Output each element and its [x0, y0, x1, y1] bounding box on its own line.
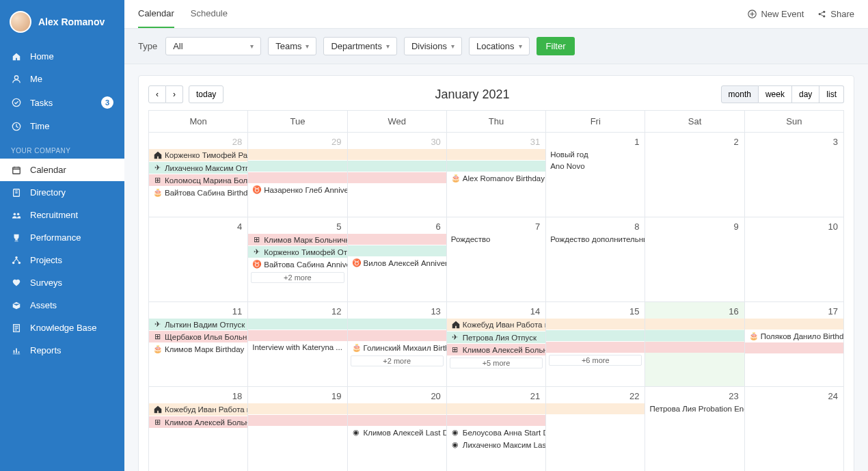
calendar-event[interactable]: 🎂Alex Romanov Birthday — [447, 172, 545, 184]
calendar-event[interactable] — [248, 403, 347, 414]
day-cell[interactable]: 11✈Лыткин Вадим Отпуск⊞Щербаков Илья Бол… — [149, 302, 248, 387]
new-event-button[interactable]: New Event — [748, 9, 804, 19]
sidebar-item-surveys[interactable]: Surveys — [0, 271, 124, 294]
day-cell[interactable]: 23Петрова Лия Probation Ends — [645, 387, 744, 472]
day-cell[interactable]: 16 — [645, 302, 744, 387]
calendar-event[interactable] — [347, 245, 446, 256]
day-cell[interactable]: 12 Interview with Kateryna ...12p — [248, 302, 347, 387]
sidebar-item-me[interactable]: Me — [0, 68, 124, 90]
calendar-event[interactable]: ✈Лихаченко Максим Отпуск — [149, 162, 248, 174]
calendar-event[interactable] — [248, 415, 347, 426]
calendar-event[interactable]: ✈Корженко Тимофей Отпуск — [248, 246, 347, 258]
calendar-event[interactable]: Корженко Тимофей Работа из дома — [149, 149, 248, 161]
day-cell[interactable]: 13 🎂Голинский Михаил Birthday+2 more — [347, 302, 446, 387]
day-cell[interactable]: 29 ♉Назаренко Глеб Anniversa... — [248, 133, 347, 217]
calendar-event[interactable] — [645, 342, 744, 353]
today-button[interactable]: today — [189, 85, 223, 103]
sidebar-item-reports[interactable]: Reports — [0, 339, 124, 362]
calendar-event[interactable] — [446, 403, 545, 414]
sidebar-item-recruitment[interactable]: Recruitment — [0, 204, 124, 226]
calendar-event[interactable] — [347, 403, 446, 414]
more-events[interactable]: +2 more — [351, 355, 444, 366]
filter-button[interactable]: Filter — [537, 37, 575, 55]
tab-calendar[interactable]: Calendar — [138, 0, 174, 28]
calendar-event[interactable]: Ano Novo — [546, 161, 645, 172]
day-cell[interactable]: 24 — [744, 387, 843, 472]
teams-dropdown[interactable]: Teams▾ — [268, 37, 316, 55]
calendar-event[interactable] — [248, 161, 347, 172]
calendar-event[interactable] — [546, 330, 645, 341]
view-list[interactable]: list — [819, 85, 844, 103]
calendar-event[interactable]: Interview with Kateryna ...12p — [248, 342, 347, 353]
departments-dropdown[interactable]: Departments▾ — [323, 37, 396, 55]
calendar-event[interactable]: ♉Вайтова Сабина Anniversary — [248, 258, 347, 270]
calendar-event[interactable] — [347, 330, 446, 341]
calendar-event[interactable]: Петрова Лия Probation Ends — [645, 403, 744, 414]
day-cell[interactable]: 28Корженко Тимофей Работа из дома✈Лихаче… — [149, 133, 248, 217]
sidebar-item-assets[interactable]: Assets — [0, 294, 124, 317]
calendar-event[interactable] — [347, 149, 446, 160]
calendar-event[interactable]: Рождество дополнительный ... — [546, 234, 645, 245]
calendar-event[interactable]: ♉Вилов Алексей Anniversary — [348, 257, 446, 269]
calendar-event[interactable] — [546, 403, 645, 414]
type-select[interactable]: All ▾ — [165, 37, 261, 55]
more-events[interactable]: +6 more — [549, 355, 642, 366]
day-cell[interactable]: 4 — [149, 217, 248, 302]
sidebar-item-performance[interactable]: Performance — [0, 226, 124, 249]
day-cell[interactable]: 20 ◉Климов Алексей Last Day — [347, 387, 446, 472]
day-cell[interactable]: 3 — [744, 133, 843, 217]
calendar-event[interactable] — [347, 415, 446, 426]
share-button[interactable]: Share — [817, 9, 854, 19]
calendar-event[interactable]: Кожебуд Иван Работа из дома — [447, 319, 546, 331]
calendar-event[interactable] — [546, 342, 645, 353]
tab-schedule[interactable]: Schedule — [191, 0, 228, 28]
view-day[interactable]: day — [792, 85, 819, 103]
calendar-event[interactable] — [248, 172, 347, 183]
day-cell[interactable]: 6 ♉Вилов Алексей Anniversary — [347, 217, 446, 302]
view-month[interactable]: month — [721, 85, 759, 103]
calendar-event[interactable] — [347, 234, 446, 245]
calendar-event[interactable] — [248, 330, 347, 341]
calendar-event[interactable]: Кожебуд Иван Работа из дома — [149, 403, 248, 416]
day-cell[interactable]: 17 🎂Поляков Данило Birthday — [744, 302, 843, 387]
day-cell[interactable]: 14Кожебуд Иван Работа из дома✈Петрова Ли… — [446, 302, 545, 387]
calendar-event[interactable] — [248, 319, 347, 329]
day-cell[interactable]: 7Рождество — [446, 217, 545, 302]
day-cell[interactable]: 31 🎂Alex Romanov Birthday — [446, 133, 545, 217]
day-cell[interactable]: 22 — [546, 387, 645, 472]
day-cell[interactable]: 30 — [347, 133, 446, 217]
prev-button[interactable]: ‹ — [148, 85, 166, 103]
calendar-event[interactable]: ◉Лихаченко Максим Last D... — [447, 439, 545, 450]
calendar-event[interactable] — [645, 330, 744, 341]
calendar-event[interactable]: 🎂Климов Марк Birthday — [149, 343, 247, 355]
calendar-event[interactable]: 🎂Поляков Данило Birthday — [745, 330, 843, 342]
sidebar-item-knowledge-base[interactable]: Knowledge Base — [0, 317, 124, 339]
calendar-event[interactable]: ◉Белоусова Анна Start Date — [447, 427, 545, 438]
calendar-event[interactable]: ✈Петрова Лия Отпуск — [447, 332, 546, 343]
day-cell[interactable]: 9 — [645, 217, 744, 302]
calendar-event[interactable]: ⊞Климов Алексей Больничный без справки — [447, 344, 546, 355]
next-button[interactable]: › — [166, 85, 183, 103]
calendar-event[interactable] — [446, 149, 545, 160]
day-cell[interactable]: 15 +6 more — [546, 302, 645, 387]
day-cell[interactable]: 8Рождество дополнительный ... — [546, 217, 645, 302]
locations-dropdown[interactable]: Locations▾ — [469, 37, 530, 55]
calendar-event[interactable] — [546, 319, 645, 329]
day-cell[interactable]: 1Новый годAno Novo — [546, 133, 645, 217]
calendar-event[interactable] — [347, 319, 446, 329]
calendar-event[interactable]: ⊞Климов Марк Больничный без справки — [248, 234, 347, 245]
calendar-event[interactable] — [744, 319, 843, 329]
calendar-event[interactable] — [645, 319, 744, 329]
view-week[interactable]: week — [759, 85, 792, 103]
calendar-event[interactable] — [347, 161, 446, 172]
calendar-event[interactable]: Рождество — [447, 234, 545, 245]
sidebar-item-home[interactable]: Home — [0, 45, 124, 68]
calendar-event[interactable]: ⊞Коломоєц Марина Больничный без справки — [149, 174, 248, 186]
user-block[interactable]: Alex Romanov — [0, 8, 124, 45]
calendar-event[interactable]: ♉Назаренко Глеб Anniversa... — [248, 184, 347, 196]
sidebar-item-calendar[interactable]: Calendar — [0, 159, 124, 181]
calendar-event[interactable]: ✈Лыткин Вадим Отпуск — [149, 319, 248, 330]
more-events[interactable]: +5 more — [450, 358, 543, 368]
calendar-event[interactable] — [446, 161, 545, 172]
calendar-event[interactable] — [446, 415, 545, 426]
